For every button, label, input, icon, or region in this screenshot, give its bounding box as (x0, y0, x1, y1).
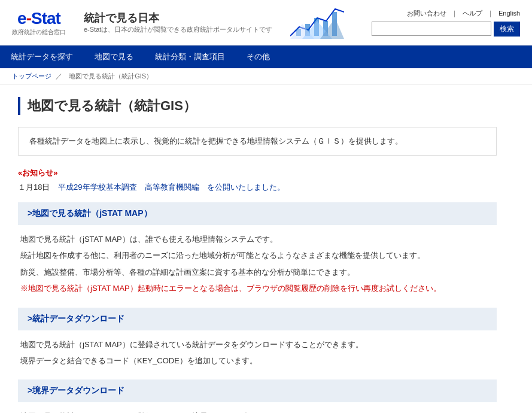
nav-item-other[interactable]: その他 (236, 45, 281, 68)
section-data-download-content: 地図で見る統計（jSTAT MAP）に登録されている統計データをダウンロードする… (18, 338, 497, 368)
search-input[interactable] (372, 22, 491, 36)
chart-decoration (290, 6, 344, 39)
jstat-para-4: ※地図で見る統計（jSTAT MAP）起動時にエラーとなる場合は、ブラウザの閲覧… (20, 281, 494, 295)
section-boundary-download: >境界データダウンロード 地図で見る統計（jSTAT MAP）に登録されている境… (18, 379, 497, 413)
breadcrumb-current: 地図で見る統計（統計GIS） (69, 72, 153, 80)
header-right: お問い合わせ ｜ ヘルプ ｜ English 検索 (372, 9, 520, 37)
search-button[interactable]: 検索 (494, 22, 520, 37)
search-bar: 検索 (372, 22, 520, 37)
breadcrumb: トップページ ／ 地図で見る統計（統計GIS） (0, 68, 532, 85)
notice-date: １月18日 (18, 183, 50, 192)
description-box: 各種統計データを地図上に表示し、視覚的に統計を把握できる地理情報システム（ＧＩＳ… (18, 127, 497, 156)
english-link[interactable]: English (498, 10, 520, 17)
help-link[interactable]: ヘルプ (463, 10, 482, 17)
header-links: お問い合わせ ｜ ヘルプ ｜ English (407, 9, 520, 18)
section-data-download-header[interactable]: >統計データダウンロード (18, 308, 497, 330)
logo-e: e (17, 9, 26, 28)
separator1: ｜ (451, 10, 458, 17)
page-title: 地図で見る統計（統計GIS） (18, 97, 497, 115)
main-nav: 統計データを探す 地図で見る 統計分類・調査項目 その他 (0, 45, 532, 68)
main-content: 地図で見る統計（統計GIS） 各種統計データを地図上に表示し、視覚的に統計を把握… (0, 85, 515, 413)
separator2: ｜ (487, 10, 494, 17)
description-text: 各種統計データを地図上に表示し、視覚的に統計を把握できる地理情報システム（ＧＩＳ… (29, 136, 403, 145)
section-boundary-download-content: 地図で見る統計（jSTAT MAP）に登録されている境界データをダウンロードする… (18, 409, 497, 413)
notice-title: «お知らせ» (18, 168, 497, 178)
jstat-warning-link[interactable]: ブラウザの閲覧履歴の削除を行い再度お試しください。 (247, 284, 441, 293)
section-jstat-map-content: 地図で見る統計（jSTAT MAP）は、誰でも使える地理情報システムです。 統計… (18, 232, 497, 296)
breadcrumb-top[interactable]: トップページ (12, 72, 51, 80)
data-dl-para-1: 地図で見る統計（jSTAT MAP）に登録されている統計データをダウンロードする… (20, 338, 494, 351)
nav-item-category[interactable]: 統計分類・調査項目 (144, 45, 236, 68)
contact-link[interactable]: お問い合わせ (407, 10, 446, 17)
notice-section: «お知らせ» １月18日 平成29年学校基本調査 高等教育機関編 を公開いたしま… (18, 168, 497, 193)
section-data-download: >統計データダウンロード 地図で見る統計（jSTAT MAP）に登録されている統… (18, 308, 497, 368)
nav-item-map[interactable]: 地図で見る (84, 45, 144, 68)
nav-item-stats[interactable]: 統計データを探す (0, 45, 84, 68)
boundary-dl-para-1: 地図で見る統計（jSTAT MAP）に登録されている境界データをダウンロードする… (20, 409, 494, 413)
logo-stat-text: Stat (31, 9, 60, 28)
jstat-para-2: 統計地図を作成する他に、利用者のニーズに沿った地域分析が可能となるようなさまざま… (20, 248, 494, 262)
site-title-area: 統計で見る日本 e-Statは、日本の統計が閲覧できる政府統計ポータルサイトです (84, 11, 272, 34)
logo-dash: - (26, 9, 31, 28)
logo-area: e-Stat 政府統計の総合窓口 (12, 9, 66, 37)
section-boundary-download-header[interactable]: >境界データダウンロード (18, 379, 497, 402)
jstat-para-3: 防災、施設整備、市場分析等、各種の詳細な計画立案に資する基本的な分析が簡単にでき… (20, 265, 494, 279)
notice-link[interactable]: 平成29年学校基本調査 高等教育機関編 を公開いたしました。 (58, 183, 284, 192)
jstat-para-1: 地図で見る統計（jSTAT MAP）は、誰でも使える地理情報システムです。 (20, 232, 494, 246)
section-jstat-map-header[interactable]: >地図で見る統計（jSTAT MAP） (18, 202, 497, 225)
jstat-warning-text: ※地図で見る統計（jSTAT MAP）起動時にエラーとなる場合は、 (20, 284, 247, 293)
breadcrumb-separator: ／ (56, 72, 62, 80)
site-description: e-Statは、日本の統計が閲覧できる政府統計ポータルサイトです (84, 25, 272, 34)
data-dl-para-2: 境界データと結合できるコード（KEY_CODE）を追加しています。 (20, 354, 494, 368)
logo-subtitle: 政府統計の総合窓口 (12, 28, 66, 37)
logo: e-Stat (17, 9, 60, 28)
header: e-Stat 政府統計の総合窓口 統計で見る日本 e-Statは、日本の統計が閲… (0, 0, 532, 45)
notice-item: １月18日 平成29年学校基本調査 高等教育機関編 を公開いたしました。 (18, 182, 497, 193)
site-title: 統計で見る日本 (84, 11, 272, 25)
section-jstat-map: >地図で見る統計（jSTAT MAP） 地図で見る統計（jSTAT MAP）は、… (18, 202, 497, 296)
